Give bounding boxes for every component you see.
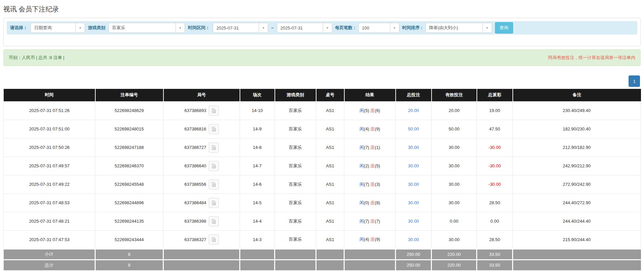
round-id-wrap: 637386640 (164, 161, 239, 171)
total-bet-value[interactable]: 20.00 (408, 108, 419, 113)
cell-round-id: 637386556 (163, 175, 240, 193)
video-replay-button[interactable] (209, 143, 219, 153)
cell-payout: 19.00 (477, 101, 513, 120)
banker-score: (3) (375, 182, 380, 187)
cell-note: 215.90/244.40 (513, 230, 641, 249)
col-header-game-type: 游戏类别 (275, 89, 316, 101)
total-empty-cell (240, 260, 275, 270)
round-id-value: 637386556 (184, 182, 206, 187)
time-value: 2025-07-31 07:51:26 (29, 108, 70, 113)
banker-score: (5) (375, 163, 380, 168)
time-sort-select[interactable]: 降幂(由大到小) ▼ (426, 23, 492, 33)
video-replay-icon (211, 181, 217, 187)
payout-value: -30.00 (489, 163, 501, 168)
total-bet-value[interactable]: 30.00 (408, 145, 419, 150)
chevron-down-icon[interactable]: ▼ (390, 23, 399, 33)
total-bet-value[interactable]: 30.00 (408, 200, 419, 205)
query-type-label: 请选择： (10, 25, 28, 31)
cell-round-id: 637386727 (163, 138, 240, 157)
cell-payout: -30.00 (477, 157, 513, 175)
cell-result: 闲(4) 庄(9) (344, 230, 396, 249)
chevron-down-icon[interactable]: ▼ (176, 23, 185, 33)
cell-session: 14-3 (240, 230, 275, 249)
cell-game-type: 百家乐 (275, 138, 316, 157)
date-to-select[interactable]: 2025-07-31 ▼ (277, 23, 332, 33)
chevron-down-icon[interactable]: ▼ (323, 23, 332, 33)
time-value: 2025-07-31 07:48:21 (29, 219, 70, 224)
chevron-down-icon[interactable]: ▼ (483, 23, 492, 33)
query-type-select[interactable]: 日期查询 ▼ (31, 23, 85, 33)
cell-table-no: AS1 (316, 230, 344, 249)
cell-valid-bet: 30.00 (432, 193, 477, 212)
round-id-value: 637386484 (184, 200, 206, 205)
total-empty-cell (275, 260, 316, 270)
round-id-wrap: 637386327 (164, 234, 239, 244)
date-from-select[interactable]: 2025-07-31 ▼ (213, 23, 268, 33)
banker-label: 庄 (370, 219, 375, 224)
query-type-value: 日期查询 (31, 23, 76, 33)
total-bet-value[interactable]: 30.00 (408, 219, 419, 224)
valid-bet-value: 30.00 (449, 237, 460, 242)
total-row: 总计8250.00220.0033.50 (4, 260, 641, 270)
page: 视讯 会员下注纪录 请选择： 日期查询 ▼ 游戏类别 百家乐 ▼ 时间区间： 2… (0, 0, 644, 274)
round-id-wrap: 637386893 (164, 106, 239, 116)
round-id-value: 637386327 (184, 237, 206, 242)
player-label: 闲 (359, 145, 364, 150)
col-header-payout: 总派彩 (477, 89, 513, 101)
banker-score: (7) (375, 219, 380, 224)
cell-result: 闲(5) 庄(6) (344, 101, 396, 120)
cell-total-bet: 50.00 (396, 120, 432, 138)
chevron-down-icon[interactable]: ▼ (76, 23, 85, 33)
table-no-value: AS1 (326, 200, 334, 205)
player-label: 闲 (359, 126, 364, 131)
session-value: 14-3 (253, 237, 261, 242)
session-value: 14-10 (252, 108, 263, 113)
player-score: (7) (364, 219, 369, 224)
cell-total-bet: 20.00 (396, 101, 432, 120)
cell-game-type: 百家乐 (275, 212, 316, 230)
total-bet-value[interactable]: 50.00 (408, 126, 419, 131)
cell-note: 244.40/272.90 (513, 193, 641, 212)
cell-note: 182.90/230.40 (513, 120, 641, 138)
total-bet-value[interactable]: 30.00 (408, 182, 419, 187)
total-bet-value[interactable]: 30.00 (408, 237, 419, 242)
video-replay-button[interactable] (209, 106, 219, 116)
video-replay-button[interactable] (209, 161, 219, 171)
banker-label: 庄 (370, 237, 375, 242)
video-replay-icon (211, 108, 217, 114)
video-replay-button[interactable] (209, 179, 219, 189)
cell-game-type: 百家乐 (275, 157, 316, 175)
video-replay-button[interactable] (209, 198, 219, 208)
cell-table-no: AS1 (316, 175, 344, 193)
subtotal-valid-bet: 220.00 (432, 249, 477, 260)
player-score: (0) (364, 200, 369, 205)
subtotal-empty-cell (316, 249, 344, 260)
video-replay-button[interactable] (209, 216, 219, 226)
round-id-wrap: 637386727 (164, 143, 239, 153)
video-replay-button[interactable] (209, 124, 219, 134)
search-button[interactable]: 查询 (495, 22, 513, 34)
table-row: 2025-07-31 07:51:26522698248629637386893… (4, 101, 641, 120)
cell-result: 闲(7) 庄(7) (344, 212, 396, 230)
total-bet-value[interactable]: 30.00 (408, 163, 419, 168)
table-no-value: AS1 (326, 145, 334, 150)
cell-valid-bet: 30.00 (432, 175, 477, 193)
cell-result: 闲(7) 庄(1) (344, 138, 396, 157)
time-value: 2025-07-31 07:50:26 (29, 145, 70, 150)
cell-round-id: 637386893 (163, 101, 240, 120)
player-label: 闲 (359, 182, 364, 187)
time-sort-value: 降幂(由大到小) (426, 23, 483, 33)
note-value: 242.90/212.90 (563, 163, 591, 168)
total-count: 8 (95, 260, 163, 270)
game-type-select[interactable]: 百家乐 ▼ (108, 23, 185, 33)
date-to-value: 2025-07-31 (277, 23, 323, 33)
cell-game-type: 百家乐 (275, 193, 316, 212)
per-page-select[interactable]: 100 ▼ (358, 23, 399, 33)
note-value: 230.40/249.40 (563, 108, 591, 113)
chevron-down-icon[interactable]: ▼ (259, 23, 268, 33)
subtotal-empty-cell (275, 249, 316, 260)
table-no-value: AS1 (326, 219, 334, 224)
video-replay-button[interactable] (209, 234, 219, 244)
page-button-1[interactable]: 1 (629, 75, 640, 87)
cell-note: 244.40/244.40 (513, 212, 641, 230)
